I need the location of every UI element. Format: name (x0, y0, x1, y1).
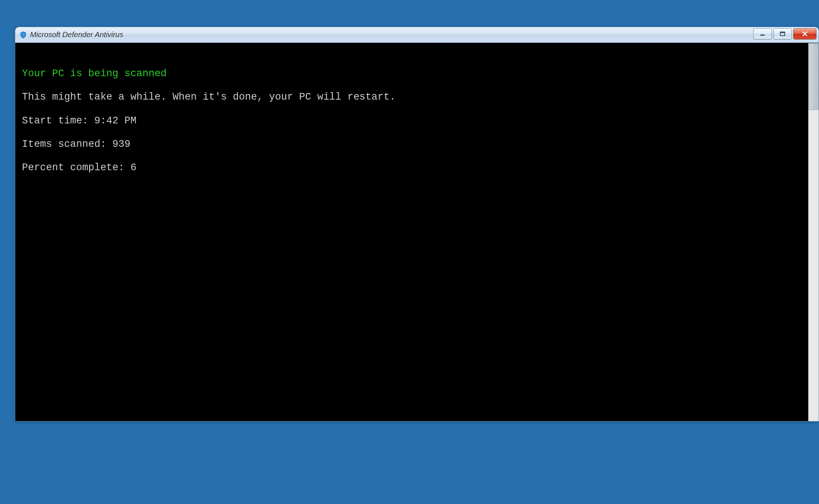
percent-complete-value: 6 (131, 162, 136, 173)
scan-message: This might take a while. When it's done,… (22, 89, 804, 105)
scrollbar-track[interactable] (809, 110, 819, 421)
svg-rect-0 (760, 35, 765, 36)
scrollbar-thumb[interactable] (809, 43, 819, 110)
items-scanned-line: Items scanned: 939 (22, 136, 804, 152)
percent-complete-label: Percent complete: (22, 162, 131, 173)
close-button[interactable] (793, 28, 816, 39)
percent-complete-line: Percent complete: 6 (22, 160, 804, 176)
window-controls (753, 28, 816, 39)
items-scanned-value: 939 (112, 139, 131, 150)
shield-icon (19, 31, 27, 39)
start-time-label: Start time: (22, 115, 94, 126)
app-window: Microsoft Defender Antivirus Your PC is (15, 27, 819, 421)
start-time-value: 9:42 PM (94, 115, 136, 126)
vertical-scrollbar[interactable] (808, 43, 819, 421)
minimize-button[interactable] (753, 28, 772, 39)
titlebar[interactable]: Microsoft Defender Antivirus (15, 27, 819, 43)
scan-heading: Your PC is being scanned (22, 66, 804, 82)
svg-rect-2 (780, 32, 785, 33)
maximize-button[interactable] (773, 28, 792, 39)
start-time-line: Start time: 9:42 PM (22, 113, 804, 129)
window-title: Microsoft Defender Antivirus (30, 30, 123, 39)
items-scanned-label: Items scanned: (22, 139, 112, 150)
console-output: Your PC is being scannedThis might take … (15, 43, 808, 421)
content-area: Your PC is being scannedThis might take … (15, 43, 819, 421)
